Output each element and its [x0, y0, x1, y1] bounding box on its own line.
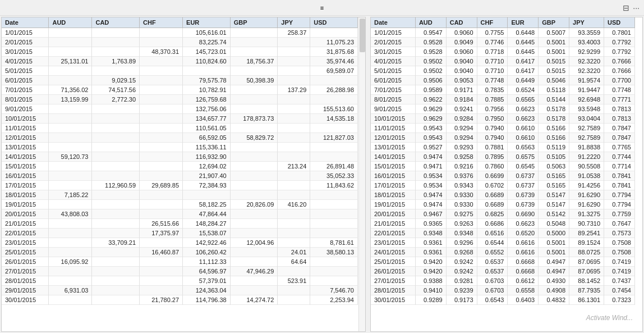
right-value-cell: 0.7714: [604, 162, 635, 171]
right-value-cell: 0.9506: [415, 76, 446, 85]
left-value-cell: [49, 238, 92, 248]
right-value-cell: 0.7847: [604, 133, 635, 143]
left-date-cell: 20/01/2015: [2, 209, 49, 219]
right-value-cell: 0.6445: [508, 47, 539, 57]
left-value-cell: [49, 124, 92, 133]
right-value-cell: 0.7813: [604, 114, 635, 124]
right-value-cell: 0.5166: [539, 133, 569, 143]
right-value-cell: 0.9410: [415, 286, 446, 295]
left-value-cell: [278, 95, 310, 104]
left-value-cell: 33,709.21: [92, 238, 140, 248]
right-value-cell: 0.7437: [604, 276, 635, 286]
left-scrollbar-thumb[interactable]: [360, 19, 365, 52]
right-value-cell: 0.6565: [508, 95, 539, 104]
left-value-cell: 416.20: [278, 200, 310, 209]
left-value-cell: [92, 114, 140, 124]
left-value-cell: [278, 104, 310, 114]
left-value-cell: [49, 104, 92, 114]
right-value-cell: 0.9060: [446, 28, 477, 38]
right-value-cell: 0.7419: [604, 267, 635, 276]
right-value-cell: 0.9527: [415, 143, 446, 152]
right-date-cell: 11/01/2015: [371, 124, 415, 133]
left-value-cell: [230, 286, 278, 295]
right-value-cell: 0.9376: [446, 171, 477, 181]
right-value-cell: 0.7885: [477, 95, 508, 104]
left-table-row: 30/01/201521,780.27114,796.3814,274.722,…: [2, 295, 358, 305]
right-value-cell: 0.6623: [508, 104, 539, 114]
right-value-cell: 0.9420: [415, 257, 446, 267]
left-value-cell: [92, 28, 140, 38]
left-value-cell: [92, 124, 140, 133]
left-table: DateAUDCADCHFEURGBPJPYUSD 1/01/2015105,6…: [2, 17, 358, 305]
left-value-cell: [230, 47, 278, 57]
right-value-cell: 0.9241: [446, 104, 477, 114]
right-value-cell: 0.5105: [539, 152, 569, 162]
right-date-cell: 17/01/2015: [371, 181, 415, 190]
left-value-cell: [92, 171, 140, 181]
left-date-cell: 1/01/2015: [2, 28, 49, 38]
left-value-cell: [230, 219, 278, 229]
left-table-row: 17/01/2015112,960.5929,689.8572,384.9311…: [2, 181, 358, 190]
right-value-cell: 0.7746: [477, 38, 508, 47]
right-value-cell: 0.7573: [604, 229, 635, 238]
right-table-row: 21/01/20150.93650.92630.66860.66230.5048…: [371, 219, 635, 229]
right-value-cell: 0.7940: [477, 133, 508, 143]
right-date-cell: 19/01/2015: [371, 200, 415, 209]
left-value-cell: 137.29: [278, 85, 310, 95]
left-value-cell: [278, 238, 310, 248]
left-value-cell: 11,843.62: [310, 181, 358, 190]
drag-handle: ≡: [320, 4, 324, 11]
menu-icon[interactable]: ···: [633, 3, 640, 12]
right-table: DateAUDCADCHFEURGBPJPYUSD 1/01/20150.954…: [371, 17, 635, 305]
right-value-cell: 0.9258: [446, 152, 477, 162]
left-value-cell: 26,288.98: [310, 85, 358, 95]
right-table-row: 14/01/20150.94740.92580.78950.65750.5105…: [371, 152, 635, 162]
right-header-row: DateAUDCADCHFEURGBPJPYUSD: [371, 17, 635, 28]
right-table-row: 22/01/20150.93480.93480.65160.65200.5000…: [371, 229, 635, 238]
left-table-row: 6/01/20159,029.1579,575.7850,398.39: [2, 76, 358, 85]
right-value-cell: 0.7666: [604, 66, 635, 76]
right-value-cell: 0.5119: [539, 143, 569, 152]
right-value-cell: 0.4947: [539, 257, 569, 267]
left-value-cell: [278, 114, 310, 124]
left-value-cell: [230, 190, 278, 200]
left-date-cell: 14/01/2015: [2, 152, 49, 162]
left-value-cell: [140, 66, 183, 76]
left-value-cell: [230, 248, 278, 257]
maximize-icon[interactable]: ⊟: [623, 3, 629, 12]
right-value-cell: 0.9534: [415, 181, 446, 190]
right-table-row: 17/01/20150.95340.93430.67020.67370.5165…: [371, 181, 635, 190]
right-value-cell: 93.5948: [569, 104, 604, 114]
right-value-cell: 0.6445: [508, 38, 539, 47]
right-value-cell: 0.7647: [604, 219, 635, 229]
left-value-cell: [140, 76, 183, 85]
right-value-cell: 0.9330: [446, 190, 477, 200]
left-date-cell: 29/01/2015: [2, 286, 49, 295]
left-value-cell: [230, 95, 278, 104]
right-value-cell: 93.3559: [569, 28, 604, 38]
right-value-cell: 0.6825: [477, 209, 508, 219]
right-table-row: 3/01/20150.95280.90600.77180.64450.50019…: [371, 47, 635, 57]
right-value-cell: 0.5048: [539, 219, 569, 229]
left-table-row: 18/01/20157,185.22: [2, 190, 358, 200]
left-value-cell: [140, 200, 183, 209]
left-value-cell: 7,546.70: [310, 286, 358, 295]
left-value-cell: 26,891.48: [310, 162, 358, 171]
left-value-cell: [92, 286, 140, 295]
left-value-cell: [49, 248, 92, 257]
right-table-row: 10/01/20150.96290.92840.79500.66230.5178…: [371, 114, 635, 124]
left-date-cell: 6/01/2015: [2, 76, 49, 85]
left-scrollbar[interactable]: [358, 17, 365, 331]
left-value-cell: 178,873.73: [230, 114, 278, 124]
right-value-cell: 89.2541: [569, 229, 604, 238]
left-table-row: 25/01/201516,460.87106,260.4224.0138,580…: [2, 248, 358, 257]
left-value-cell: [230, 257, 278, 267]
left-value-cell: [92, 152, 140, 162]
right-date-cell: 21/01/2015: [371, 219, 415, 229]
right-value-cell: 0.9543: [415, 124, 446, 133]
right-table-row: 11/01/20150.95430.92940.79400.66100.5166…: [371, 124, 635, 133]
right-value-cell: 0.7847: [604, 124, 635, 133]
right-value-cell: 0.9294: [446, 133, 477, 143]
left-value-cell: 20,826.09: [230, 200, 278, 209]
right-value-cell: 0.9420: [415, 267, 446, 276]
